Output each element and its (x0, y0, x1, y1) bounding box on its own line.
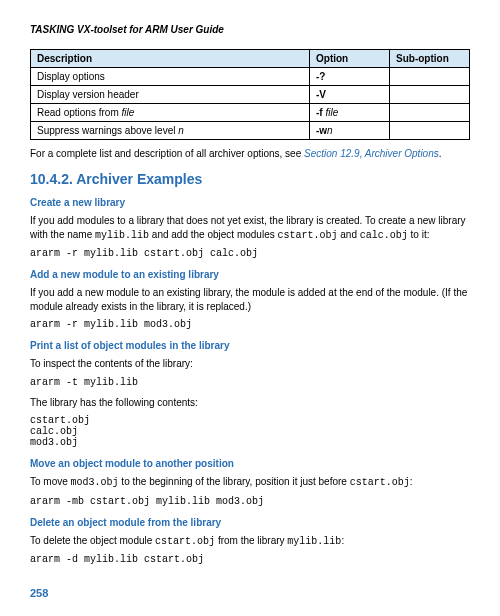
cell-subopt (390, 122, 470, 140)
code-block: ararm -r mylib.lib cstart.obj calc.obj (30, 248, 470, 259)
table-row: Display version header -V (31, 86, 470, 104)
code-block: ararm -t mylib.lib (30, 377, 470, 388)
options-table: Description Option Sub-option Display op… (30, 49, 470, 140)
cell-desc: Display options (31, 68, 310, 86)
cell-subopt (390, 86, 470, 104)
cell-desc: Read options from file (31, 104, 310, 122)
body-text: If you add modules to a library that doe… (30, 214, 470, 242)
code-block: ararm -d mylib.lib cstart.obj (30, 554, 470, 565)
cell-desc: Display version header (31, 86, 310, 104)
table-row: Display options -? (31, 68, 470, 86)
cell-subopt (390, 68, 470, 86)
body-text: To move mod3.obj to the beginning of the… (30, 475, 470, 490)
th-suboption: Sub-option (390, 50, 470, 68)
example-heading: Print a list of object modules in the li… (30, 340, 470, 351)
body-text: To inspect the contents of the library: (30, 357, 470, 371)
example-heading: Add a new module to an existing library (30, 269, 470, 280)
archiver-options-link[interactable]: Section 12.9, Archiver Options (304, 148, 439, 159)
table-row: Suppress warnings above level n -wn (31, 122, 470, 140)
section-title: 10.4.2. Archiver Examples (30, 171, 470, 187)
cell-opt: -wn (310, 122, 390, 140)
cell-subopt (390, 104, 470, 122)
example-heading: Delete an object module from the library (30, 517, 470, 528)
body-text: The library has the following contents: (30, 396, 470, 410)
code-block: ararm -mb cstart.obj mylib.lib mod3.obj (30, 496, 470, 507)
page-number: 258 (30, 587, 470, 599)
example-heading: Create a new library (30, 197, 470, 208)
code-block: cstart.obj calc.obj mod3.obj (30, 415, 470, 448)
cell-opt: -f file (310, 104, 390, 122)
cell-opt: -? (310, 68, 390, 86)
th-description: Description (31, 50, 310, 68)
table-row: Read options from file -f file (31, 104, 470, 122)
table-caption: For a complete list and description of a… (30, 148, 470, 159)
example-heading: Move an object module to another positio… (30, 458, 470, 469)
th-option: Option (310, 50, 390, 68)
code-block: ararm -r mylib.lib mod3.obj (30, 319, 470, 330)
cell-opt: -V (310, 86, 390, 104)
body-text: If you add a new module to an existing l… (30, 286, 470, 313)
body-text: To delete the object module cstart.obj f… (30, 534, 470, 549)
cell-desc: Suppress warnings above level n (31, 122, 310, 140)
page-header: TASKING VX-toolset for ARM User Guide (30, 24, 470, 35)
